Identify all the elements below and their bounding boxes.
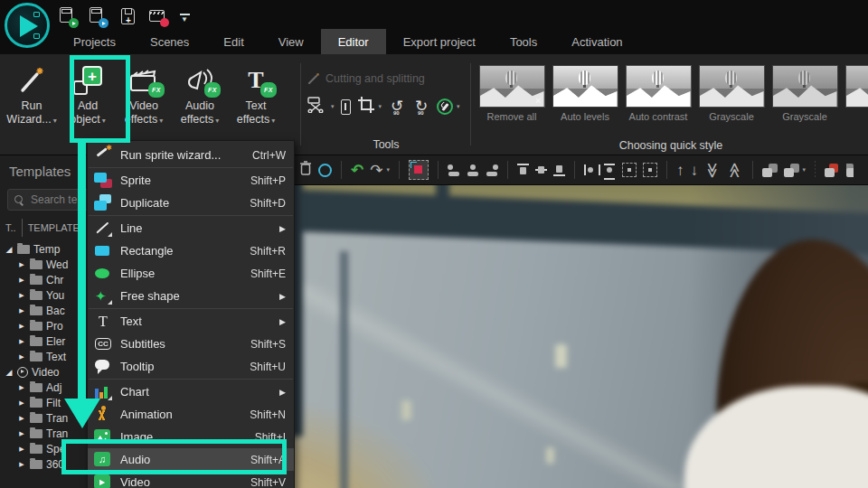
menu-item-sprite[interactable]: SpriteShift+P [88,169,294,192]
rotate-ccw-90-icon[interactable]: ↺90 [388,98,406,116]
menu-view[interactable]: View [261,29,321,54]
align-bottom-icon[interactable] [553,164,565,176]
cut-scissors-icon[interactable] [307,97,327,117]
redo-icon[interactable]: ↷ [370,163,382,178]
selection-mode-icon[interactable] [409,160,429,180]
menu-item-animation[interactable]: AnimationShift+N [88,403,294,426]
move-up-icon[interactable]: ↑ [676,163,684,178]
tree-item[interactable]: ▶Bac [0,303,87,318]
group-caret-icon[interactable]: ▾ [803,166,807,174]
tree-item[interactable]: ▶Spe [0,441,87,456]
crop-icon[interactable] [357,96,375,117]
expand-arrow-icon[interactable]: ▶ [17,292,26,299]
fit-to-screen-icon[interactable] [643,163,657,177]
tab-t[interactable]: T.. [0,219,22,237]
menu-item-line[interactable]: Line▶ [88,217,294,239]
ungroup-icon[interactable] [784,164,799,177]
menu-item-subtitles[interactable]: CCSubtitlesShift+S [88,333,294,355]
tree-item[interactable]: ▶360 [0,456,87,472]
menu-projects[interactable]: Projects [56,29,133,54]
center-horizontally-icon[interactable] [584,164,597,176]
menu-item-ellipse[interactable]: EllipseShift+E [88,262,294,285]
menu-item-free-shape[interactable]: Free shape▶ [88,285,294,307]
bring-to-front-icon[interactable]: ≪ [704,162,720,178]
tree-item[interactable]: ▶Text [0,349,87,364]
crop-caret-icon[interactable]: ▾ [379,103,382,110]
ellipse-tool-icon[interactable] [318,164,332,177]
menu-item-run-sprite-wizard[interactable]: Run sprite wizard...Ctrl+W [88,144,294,166]
style-auto-levels[interactable]: Auto levels [551,65,619,122]
expand-arrow-icon[interactable]: ▶ [17,461,26,468]
tab-templates[interactable]: TEMPLATE [22,219,85,237]
align-middle-icon[interactable] [535,164,547,176]
center-vertically-icon[interactable] [603,164,616,176]
style-partial[interactable]: Gr [844,65,868,122]
tree-item[interactable]: ▶Filt [0,395,87,410]
menu-item-rectangle[interactable]: RectangleShift+R [88,239,294,262]
quick-tools-wrench-icon[interactable] [437,99,453,115]
capture-screen-icon[interactable] [90,7,108,27]
text-effects-button[interactable]: T FX Text effects▾ [228,58,284,127]
tree-item[interactable]: ▶Pro [0,318,87,333]
tree-item[interactable]: ▶Eler [0,333,87,349]
record-window-icon[interactable] [149,7,167,27]
expand-arrow-icon[interactable]: ▶ [17,430,26,437]
menu-item-audio[interactable]: ♫AudioShift+A [88,448,294,471]
style-remove-all[interactable]: × Remove all [477,65,546,122]
align-object-left-icon[interactable] [448,164,460,176]
expand-arrow-icon[interactable]: ▶ [17,353,26,361]
customize-toolbar-icon[interactable] [179,13,192,25]
scissors-caret-icon[interactable]: ▾ [331,103,335,110]
vsdc-logo[interactable] [5,3,50,48]
expand-arrow-icon[interactable]: ▶ [17,323,26,330]
delete-icon[interactable] [299,161,312,179]
scene-preview[interactable] [295,185,868,488]
tree-item[interactable]: ▶Adj [0,380,87,395]
expand-arrow-icon[interactable]: ▶ [17,261,26,268]
menu-item-tooltip[interactable]: TooltipShift+U [88,355,294,378]
capture-video-icon[interactable] [60,7,78,27]
tree-item[interactable]: ▶Wed [0,257,87,272]
expand-arrow-icon[interactable]: ▶ [17,446,26,453]
razor-split-icon[interactable] [341,99,351,115]
style-grayscale-2[interactable]: Grayscale [770,65,839,122]
rotate-cw-90-icon[interactable]: ↻90 [412,98,430,116]
menu-tools[interactable]: Tools [493,29,554,54]
video-effects-button[interactable]: FX Video effects▾ [116,58,172,127]
undo-icon[interactable]: ↶ [351,163,363,178]
save-project-icon[interactable] [119,7,137,27]
group-icon[interactable] [762,164,778,177]
redo-caret-icon[interactable]: ▾ [387,166,391,174]
tree-item-video-root[interactable]: ◢Video [0,364,87,380]
expand-arrow-icon[interactable]: ◢ [5,245,14,254]
align-top-icon[interactable] [517,164,529,176]
run-wizard-button[interactable]: Run Wizard...▾ [4,58,60,127]
audio-effects-button[interactable]: FX Audio effects▾ [172,58,228,127]
menu-edit[interactable]: Edit [206,29,260,54]
style-grayscale[interactable]: Grayscale [697,65,766,122]
paste-style-icon[interactable] [825,164,840,177]
tree-item[interactable]: ▶Tran [0,410,87,426]
menu-item-duplicate[interactable]: DuplicateShift+D [88,192,294,214]
expand-arrow-icon[interactable]: ▶ [17,307,26,314]
move-down-icon[interactable]: ↓ [691,163,699,178]
add-object-button[interactable]: + Add object▾ [60,58,116,127]
expand-arrow-icon[interactable]: ▶ [17,399,26,407]
tree-item[interactable]: ▶Chr [0,272,87,287]
scale-to-fit-icon[interactable] [622,163,637,177]
style-auto-contrast[interactable]: Auto contrast [624,65,693,122]
menu-item-image[interactable]: ImageShift+I [88,426,294,448]
expand-arrow-icon[interactable]: ◢ [5,368,14,377]
expand-arrow-icon[interactable]: ▶ [17,338,26,345]
expand-arrow-icon[interactable]: ▶ [17,277,26,284]
paste-geometry-icon[interactable] [846,164,854,177]
tree-item-templates-root[interactable]: ◢Temp [0,241,87,257]
menu-item-video[interactable]: ▶VideoShift+V [88,471,294,488]
align-object-right-icon[interactable] [486,164,498,176]
menu-scenes[interactable]: Scenes [133,29,206,54]
send-to-back-icon[interactable]: ≪ [727,162,742,178]
tree-item[interactable]: ▶You [0,287,87,303]
menu-activation[interactable]: Activation [554,29,639,54]
align-object-center-icon[interactable] [467,164,479,176]
menu-editor[interactable]: Editor [321,29,386,54]
